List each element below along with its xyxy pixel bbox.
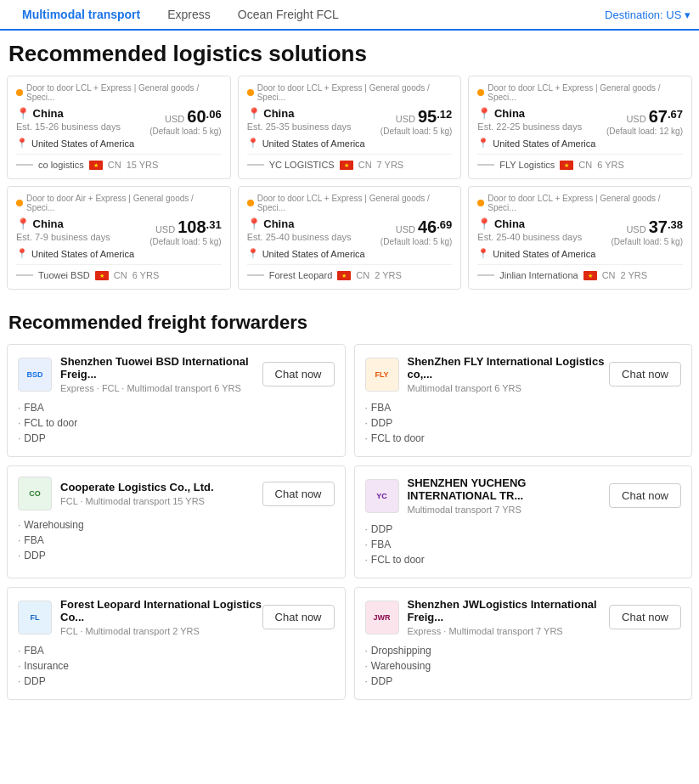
divider — [16, 274, 33, 276]
card-tags: Door to door Air + Express | General goo… — [16, 194, 222, 212]
nav-ocean-freight[interactable]: Ocean Freight FCL — [224, 0, 352, 30]
forwarder-meta: Multimodal transport 6 YRS — [408, 383, 610, 393]
card-destination: United States of America — [493, 138, 595, 149]
card-destination: United States of America — [262, 138, 365, 149]
card-location-info: 📍 China Est. 7-9 business days — [16, 217, 110, 242]
service-item: FCL to door — [365, 552, 682, 567]
card-cents: .06 — [206, 108, 222, 121]
card-years: 2 YRS — [375, 270, 402, 280]
card-footer: Tuowei BSD ★ CN 6 YRS — [16, 264, 222, 280]
card-location-row: 📍 China Est. 25-35 business days USD 95.… — [247, 107, 453, 136]
card-location-info: 📍 China Est. 25-40 business days — [247, 217, 352, 242]
forwarder-info: FL Forest Leopard International Logistic… — [18, 598, 262, 636]
service-item: DDP — [18, 548, 335, 563]
card-years: 6 YRS — [132, 270, 160, 280]
nav-multimodal[interactable]: Multimodal transport — [8, 0, 154, 31]
forwarder-details: Cooperate Logistics Co., Ltd. FCL · Mult… — [60, 481, 214, 506]
forwarder-card: CO Cooperate Logistics Co., Ltd. FCL · M… — [7, 465, 346, 578]
divider — [247, 274, 264, 276]
forwarder-name: Shenzhen JWLogistics International Freig… — [408, 598, 610, 623]
card-years: 15 YRS — [127, 160, 159, 170]
chat-now-button[interactable]: Chat now — [609, 605, 681, 629]
card-currency: USD — [165, 114, 187, 124]
flag-cn: ★ — [337, 271, 351, 280]
chat-now-button[interactable]: Chat now — [262, 362, 335, 386]
card-dest-row: 📍 United States of America — [16, 248, 222, 259]
destination-selector[interactable]: Destination: US ▾ — [605, 8, 691, 21]
forwarder-logo: YC — [365, 479, 399, 513]
card-price: USD 67.67 (Default load: 12 kg) — [606, 107, 683, 136]
card-dest-row: 📍 United States of America — [16, 138, 222, 149]
forwarder-details: Shenzhen Tuowei BSD International Freig.… — [60, 355, 262, 393]
card-tag-text: Door to door LCL + Express | General goo… — [26, 83, 222, 102]
forwarder-info: BSD Shenzhen Tuowei BSD International Fr… — [18, 355, 262, 393]
service-item: Warehousing — [18, 517, 335, 533]
logistics-grid: Door to door LCL + Express | General goo… — [0, 76, 699, 303]
divider — [247, 164, 264, 166]
forwarder-card: BSD Shenzhen Tuowei BSD International Fr… — [7, 344, 346, 457]
card-destination: United States of America — [31, 249, 134, 259]
card-origin: 📍 China — [477, 217, 582, 230]
top-nav: Multimodal transport Express Ocean Freig… — [0, 0, 699, 31]
card-tags: Door to door LCL + Express | General goo… — [247, 83, 453, 102]
logistics-card[interactable]: Door to door LCL + Express | General goo… — [7, 76, 231, 179]
card-footer: YC LOGISTICS ★ CN 7 YRS — [247, 154, 453, 170]
card-cents: .31 — [206, 218, 222, 231]
forwarder-name: Forest Leopard International Logistics C… — [60, 598, 262, 623]
location-icon: 📍 — [477, 248, 489, 259]
card-default-load: (Default load: 5 kg) — [149, 127, 222, 136]
logistics-card[interactable]: Door to door Air + Express | General goo… — [7, 186, 231, 290]
service-item: FBA — [365, 400, 682, 415]
logistics-card[interactable]: Door to door LCL + Express | General goo… — [468, 76, 692, 179]
location-icon: 📍 — [247, 248, 259, 259]
card-default-load: (Default load: 5 kg) — [381, 237, 453, 246]
service-item: DDP — [365, 415, 682, 431]
card-destination: United States of America — [493, 249, 595, 259]
card-amount: 37 — [649, 217, 668, 236]
forwarder-logo: FL — [18, 601, 52, 635]
card-days: Est. 25-40 business days — [477, 232, 582, 242]
forwarder-logo: FLY — [365, 358, 399, 392]
service-item: FBA — [18, 533, 335, 548]
service-item: DDP — [365, 522, 682, 537]
chat-now-button[interactable]: Chat now — [609, 362, 681, 386]
card-cents: .12 — [437, 108, 452, 121]
card-destination: United States of America — [262, 249, 365, 259]
chat-now-button[interactable]: Chat now — [262, 482, 335, 506]
card-location-row: 📍 China Est. 25-40 business days USD 46.… — [247, 217, 453, 246]
card-cents: .38 — [668, 218, 683, 231]
service-item: FCL to door — [18, 415, 335, 431]
card-destination: United States of America — [31, 138, 134, 149]
forwarder-details: SHENZHEN YUCHENG INTERNATIONAL TR... Mul… — [408, 477, 610, 515]
forwarder-logo: BSD — [18, 358, 52, 392]
forwarder-info: JWR Shenzhen JWLogistics International F… — [365, 598, 610, 636]
card-price: USD 108.31 (Default load: 5 kg) — [149, 217, 222, 246]
card-cn: CN — [114, 270, 127, 280]
forwarder-meta: FCL · Multimodal transport 2 YRS — [60, 626, 262, 636]
card-cn: CN — [356, 270, 369, 280]
service-item: DDP — [18, 674, 335, 689]
service-item: DDP — [18, 431, 335, 446]
divider — [477, 164, 494, 166]
chat-now-button[interactable]: Chat now — [262, 605, 335, 629]
card-years: 6 YRS — [597, 160, 624, 170]
nav-express[interactable]: Express — [154, 0, 224, 30]
card-location-row: 📍 China Est. 7-9 business days USD 108.3… — [16, 217, 222, 246]
card-origin: 📍 China — [16, 217, 110, 230]
chat-now-button[interactable]: Chat now — [609, 483, 681, 508]
logistics-card[interactable]: Door to door LCL + Express | General goo… — [238, 76, 462, 179]
card-days: Est. 7-9 business days — [16, 232, 110, 242]
forwarder-header: JWR Shenzhen JWLogistics International F… — [365, 598, 682, 636]
forwarder-info: CO Cooperate Logistics Co., Ltd. FCL · M… — [18, 477, 214, 510]
service-item: FBA — [18, 643, 335, 658]
forwarder-logo: CO — [18, 477, 52, 510]
forwarder-name: Shenzhen Tuowei BSD International Freig.… — [60, 355, 262, 381]
forwarder-details: ShenZhen FLY International Logistics co,… — [408, 355, 610, 393]
logistics-card[interactable]: Door to door LCL + Express | General goo… — [468, 186, 692, 290]
card-amount: 108 — [178, 217, 206, 236]
card-tags: Door to door LCL + Express | General goo… — [477, 194, 683, 212]
flag-cn: ★ — [560, 161, 573, 170]
forwarder-header: FL Forest Leopard International Logistic… — [18, 598, 335, 636]
card-tag-dot — [247, 89, 254, 96]
logistics-card[interactable]: Door to door LCL + Express | General goo… — [238, 186, 462, 290]
